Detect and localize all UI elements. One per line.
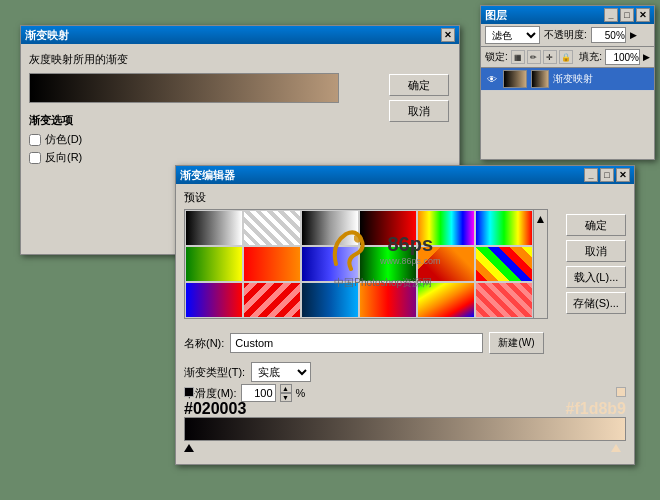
layers-title-buttons: _ □ ✕ <box>604 8 650 22</box>
grad-map-preview-bar[interactable] <box>29 73 339 103</box>
preset-cell-2[interactable] <box>243 210 301 246</box>
gradient-editor-window: 渐变编辑器 _ □ ✕ 预设 <box>175 165 635 465</box>
grad-editor-cancel-button[interactable]: 取消 <box>566 240 626 262</box>
layers-toolbar: 滤色 不透明度: ▶ <box>481 24 654 47</box>
preset-cell-7[interactable] <box>185 246 243 282</box>
preset-cell-6[interactable] <box>475 210 533 246</box>
watermark-text: 中国Photoshop资源网 <box>326 276 441 290</box>
grad-editor-save-button[interactable]: 存储(S)... <box>566 292 626 314</box>
fill-arrow-icon[interactable]: ▶ <box>643 52 650 62</box>
preset-cell-13[interactable] <box>185 282 243 318</box>
name-row: 名称(N): 新建(W) <box>184 332 544 354</box>
fill-input[interactable] <box>605 49 640 65</box>
preset-cell-1[interactable] <box>185 210 243 246</box>
simulate-label: 仿色(D) <box>45 132 82 147</box>
type-label: 渐变类型(T): <box>184 365 245 380</box>
name-input[interactable] <box>230 333 483 353</box>
preset-scrollbar[interactable]: ▲ <box>534 209 548 319</box>
right-opacity-stop-icon[interactable] <box>611 444 621 452</box>
stop-indicators-top <box>184 387 626 397</box>
grad-map-title: 渐变映射 <box>25 28 69 43</box>
blend-mode-select[interactable]: 滤色 <box>485 26 540 44</box>
preset-cell-18[interactable] <box>475 282 533 318</box>
preset-cell-14[interactable] <box>243 282 301 318</box>
lock-move-icon[interactable]: ✛ <box>543 50 557 64</box>
logo-icon <box>326 224 376 274</box>
fill-label: 填充: <box>579 50 602 64</box>
opacity-label: 不透明度: <box>544 28 587 42</box>
grad-map-reverse-row: 反向(R) <box>29 150 451 165</box>
lock-label: 锁定: <box>485 50 508 64</box>
type-row: 渐变类型(T): 实底 <box>184 362 317 382</box>
opacity-arrow-icon[interactable]: ▶ <box>630 30 637 40</box>
lock-transparency-icon[interactable]: ▦ <box>511 50 525 64</box>
stop-indicators-bottom <box>184 442 626 452</box>
grad-editor-minimize-button[interactable]: _ <box>584 168 598 182</box>
grad-map-title-buttons: ✕ <box>441 28 455 42</box>
left-opacity-stop-icon[interactable] <box>184 444 194 452</box>
grad-editor-titlebar[interactable]: 渐变编辑器 _ □ ✕ <box>176 166 634 184</box>
watermark-url: www.86ps.com <box>380 256 441 266</box>
grad-map-simulate-row: 仿色(D) <box>29 132 451 147</box>
layers-close-button[interactable]: ✕ <box>636 8 650 22</box>
grad-editor-maximize-button[interactable]: □ <box>600 168 614 182</box>
new-button[interactable]: 新建(W) <box>489 332 544 354</box>
layer-name: 渐变映射 <box>553 72 650 86</box>
lock-paint-icon[interactable]: ✏ <box>527 50 541 64</box>
reverse-label: 反向(R) <box>45 150 82 165</box>
layer-visibility-icon[interactable]: 👁 <box>485 72 499 86</box>
grad-map-titlebar[interactable]: 渐变映射 ✕ <box>21 26 459 44</box>
grad-editor-load-button[interactable]: 载入(L)... <box>566 266 626 288</box>
grad-map-cancel-button[interactable]: 取消 <box>389 100 449 122</box>
layer-thumbnail <box>503 70 527 88</box>
close-button[interactable]: ✕ <box>441 28 455 42</box>
grad-map-desc: 灰度映射所用的渐变 <box>29 52 451 67</box>
layers-panel: 图层 _ □ ✕ 滤色 不透明度: ▶ 锁定: ▦ ✏ ✛ 🔒 填充: ▶ 👁 … <box>480 5 655 160</box>
grad-editor-title: 渐变编辑器 <box>180 168 235 183</box>
grad-editor-title-buttons: _ □ ✕ <box>584 168 630 182</box>
layers-row2: 锁定: ▦ ✏ ✛ 🔒 填充: ▶ <box>481 47 654 68</box>
grad-editor-close-button[interactable]: ✕ <box>616 168 630 182</box>
grad-editor-buttons: 确定 取消 载入(L)... 存储(S)... <box>566 214 626 314</box>
type-select[interactable]: 实底 <box>251 362 311 382</box>
lock-all-icon[interactable]: 🔒 <box>559 50 573 64</box>
layer-mask-thumbnail <box>531 70 549 88</box>
lock-icons: ▦ ✏ ✛ 🔒 <box>511 50 573 64</box>
right-color-stop-top[interactable] <box>616 387 626 397</box>
gradient-bar[interactable] <box>184 417 626 441</box>
reverse-checkbox[interactable] <box>29 152 41 164</box>
grad-map-options-label: 渐变选项 <box>29 113 451 128</box>
watermark-area: 86ps www.86ps.com 中国Photoshop资源网 <box>326 224 441 290</box>
watermark-logo: 86ps <box>380 233 441 256</box>
layers-minimize-button[interactable]: _ <box>604 8 618 22</box>
opacity-input[interactable] <box>591 27 626 43</box>
layers-maximize-button[interactable]: □ <box>620 8 634 22</box>
preset-cell-12[interactable] <box>475 246 533 282</box>
gradient-editor-bar-area <box>184 387 626 452</box>
name-label: 名称(N): <box>184 336 224 351</box>
layers-titlebar[interactable]: 图层 _ □ ✕ <box>481 6 654 24</box>
preset-cell-8[interactable] <box>243 246 301 282</box>
left-color-stop-top[interactable] <box>184 387 194 397</box>
preset-label: 预设 <box>184 190 626 205</box>
grad-map-confirm-button[interactable]: 确定 <box>389 74 449 96</box>
layer-item[interactable]: 👁 渐变映射 <box>481 68 654 91</box>
simulate-checkbox[interactable] <box>29 134 41 146</box>
layers-title: 图层 <box>485 8 507 23</box>
grad-editor-confirm-button[interactable]: 确定 <box>566 214 626 236</box>
grad-map-buttons: 确定 取消 <box>389 74 449 122</box>
grad-map-options: 渐变选项 仿色(D) 反向(R) <box>29 113 451 165</box>
